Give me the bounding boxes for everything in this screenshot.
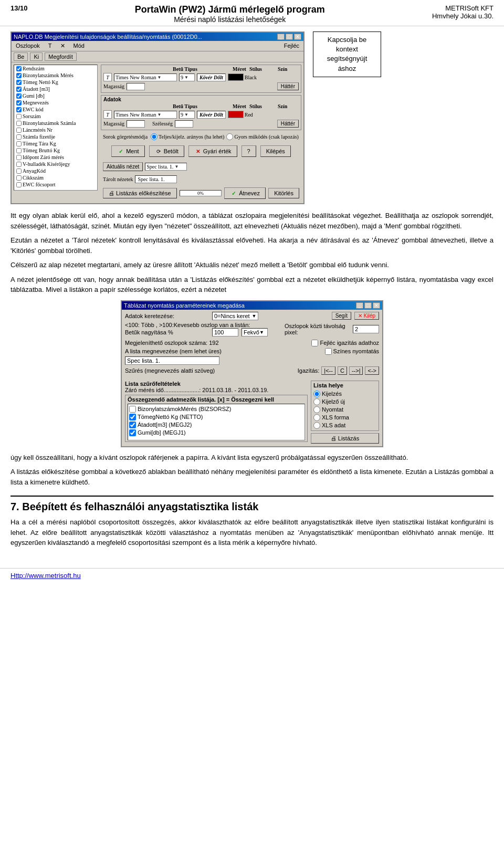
magassag-label-2: Magasság — [103, 121, 124, 127]
megj2-checkbox[interactable] — [129, 422, 136, 428]
hatter-button-1[interactable]: Háttér — [277, 82, 299, 90]
betolt-button[interactable]: ⟳ Betölt — [149, 145, 184, 157]
menu-t[interactable]: T — [46, 42, 54, 50]
megj1-checkbox[interactable] — [129, 429, 136, 436]
listazas-icon: 🖨 — [331, 435, 337, 441]
betuk-input[interactable]: 100 — [212, 328, 238, 336]
szines-nyomtatas-label: Színes nyomtatás — [325, 348, 379, 355]
color-box-2: Red — [228, 111, 253, 118]
xls-adat-radio[interactable] — [313, 422, 320, 429]
ment-button[interactable]: ✓ Ment — [111, 145, 144, 157]
menu-fejelec[interactable]: Fejléc — [282, 42, 301, 50]
paragraph-4: A nézet jelentősége ott van, hogy annak … — [10, 275, 494, 295]
zaro-meres-value: 2011.03.18. - 2011.03.19. — [202, 387, 268, 393]
igazitas-left-button[interactable]: |<-- — [321, 366, 335, 375]
igazitas-center-button[interactable]: C — [338, 366, 347, 375]
menu-oszlopok[interactable]: Oszlopok — [14, 42, 42, 50]
xls-forma-radio[interactable] — [313, 414, 320, 421]
fejelec-igazitas-checkbox[interactable] — [311, 340, 318, 346]
bizsorsz-checkbox[interactable] — [129, 406, 136, 413]
font-combo-2[interactable]: Times New Roman▼ — [114, 111, 177, 119]
listazas-elokeszites-button[interactable]: 🖨 Listázás előkészítése — [103, 188, 177, 198]
fekvo-combo[interactable]: Fekvő ▼ — [242, 328, 268, 336]
lista-helye-section: Lista helye Kijelzés Kijelző új Nyomtat — [311, 381, 379, 431]
list-item: Rendszám — [14, 65, 97, 72]
header-title: PortaWin (PW2) Jármű mérlegelő program — [28, 4, 432, 15]
d2-szures-row: Szűrés (megnevezés alatti szöveg) Igazít… — [125, 366, 379, 375]
betu-section-1: Betű Típus Méret Stílus Szín T Times New… — [101, 65, 301, 93]
szelesseg-spinner[interactable] — [175, 120, 193, 128]
betuk-label: Betűk nagyítása % — [125, 329, 209, 335]
keretezese-combo[interactable]: 0=Nincs keret ▼ — [212, 312, 258, 320]
magassag-spinner-2[interactable] — [127, 120, 145, 128]
lista-szurofeltelek-section: Lista szűrőfeltételek Záró mérés idő....… — [125, 381, 308, 393]
netto-checkbox[interactable] — [129, 414, 136, 420]
osszegzendo-title: Összegzendő adatmezők listája. [x] = Öss… — [128, 396, 305, 403]
view-buttons: Aktuális nézet Spec lista. 1. ▼ — [101, 161, 301, 172]
szines-nyomtatas-checkbox[interactable] — [325, 348, 332, 355]
hatter-button-2[interactable]: Háttér — [277, 120, 299, 128]
kijelezo-uj-radio[interactable] — [313, 398, 320, 405]
footer-link[interactable]: Http://www.metrisoft.hu — [10, 572, 81, 580]
paragraph-6: A listázás előkészítése gombbal a követk… — [10, 467, 494, 487]
list-item: EWC kód — [14, 106, 97, 113]
menu-mod[interactable]: Mód — [71, 42, 87, 50]
list-item: Cikkszám — [14, 174, 97, 181]
color-label-1: Black — [245, 75, 257, 80]
igazitas-right-button[interactable]: -->| — [349, 366, 363, 375]
d2-megjelenítheto-row: Megjeleníthető oszlopok száma: 192 Fejlé… — [125, 340, 379, 346]
font-icon-1: T — [103, 73, 112, 81]
sorok-radio-1[interactable] — [151, 133, 158, 140]
oszlopok-kozti-input[interactable]: 2 — [353, 325, 379, 333]
igazitas-justify-button[interactable]: <-> — [365, 366, 379, 375]
torles-button[interactable]: Kitörlés — [268, 188, 299, 198]
bottom-buttons: ✓ Ment ⟳ Betölt ✕ Gyári érték ? — [101, 143, 301, 159]
dialog2-close[interactable]: ✕ — [373, 302, 380, 309]
aktualis-nezet-button[interactable]: Aktuális nézet — [103, 162, 143, 171]
menu-x[interactable]: ✕ — [58, 42, 67, 50]
spec-lista-combo[interactable]: Spec lista. 1. ▼ — [145, 163, 187, 171]
section7: 7. Beépített és felhasználói anyagstatis… — [10, 496, 494, 548]
maximize-button[interactable]: □ — [286, 34, 293, 40]
list-item: Gumi [db] — [14, 92, 97, 99]
megfordit-button[interactable]: Megfordít — [45, 52, 76, 61]
spec-lista-input[interactable]: Spec lista. 1. — [125, 356, 219, 365]
be-button[interactable]: Be — [14, 52, 28, 61]
sorok-radio-2[interactable] — [226, 133, 233, 140]
color-preview-1 — [228, 73, 244, 81]
size-combo-2[interactable]: 9▼ — [179, 111, 195, 119]
ki-button[interactable]: Ki — [30, 52, 43, 61]
list-item: Megnevezés — [14, 99, 97, 106]
zaro-meres-row: Záró mérés idő......................: 20… — [125, 387, 308, 393]
tarolt-combo[interactable]: Spec lista. 1. — [135, 175, 177, 183]
size-combo-1[interactable]: 9▼ — [179, 73, 195, 81]
kijeles-radio[interactable] — [313, 391, 320, 397]
gyari-ertek-button[interactable]: ✕ Gyári érték — [188, 145, 237, 157]
magassag-spinner[interactable] — [127, 83, 145, 90]
close-button[interactable]: ✕ — [294, 34, 301, 40]
kilep-button[interactable]: ✕ Kilép — [354, 312, 379, 320]
radio-xls-forma: XLS forma — [313, 414, 376, 422]
dialog2-minimize[interactable]: _ — [356, 302, 363, 309]
segit-button[interactable]: Segít — [332, 312, 351, 320]
szures-label: Szűrés (megnevezés alatti szöveg) — [125, 367, 215, 374]
d2-main: Lista szűrőfeltételek Záró mérés idő....… — [125, 381, 308, 444]
dialog1: NAPLO.DB Megjelenítési tulajdonságok beá… — [10, 31, 304, 204]
column-list[interactable]: Rendszám Bizonylatszámok Mérés Tömeg Net… — [14, 65, 98, 191]
color-box-1: Black — [228, 73, 257, 81]
kilepes-button[interactable]: Kilépés — [260, 145, 291, 157]
atnevez-button[interactable]: ✓ Átnevez — [224, 187, 266, 199]
betu-tipus-label: Betű Típus — [173, 66, 230, 72]
osszegzendo-list: BizonylatszámokMérés (BIZSORSZ) TömegNet… — [128, 404, 305, 440]
nyomtat-radio[interactable] — [313, 406, 320, 413]
betuk-hint: <100: Több , >100:Kevesebb oszlop van a … — [125, 322, 281, 328]
list-item: Bizonylatszámok Mérés — [14, 72, 97, 79]
company-name: METRISoft KFT — [432, 4, 494, 12]
listazas-button[interactable]: 🖨 Listázás — [311, 433, 379, 444]
minimize-button[interactable]: _ — [277, 34, 285, 40]
dialog2-maximize[interactable]: □ — [364, 302, 372, 309]
font-combo-1[interactable]: Times New Roman▼ — [114, 73, 177, 81]
radio-kijeles: Kijelzés — [313, 390, 376, 398]
magassag-row-1: Magasság Háttér — [103, 82, 299, 90]
help-button[interactable]: ? — [242, 145, 256, 157]
